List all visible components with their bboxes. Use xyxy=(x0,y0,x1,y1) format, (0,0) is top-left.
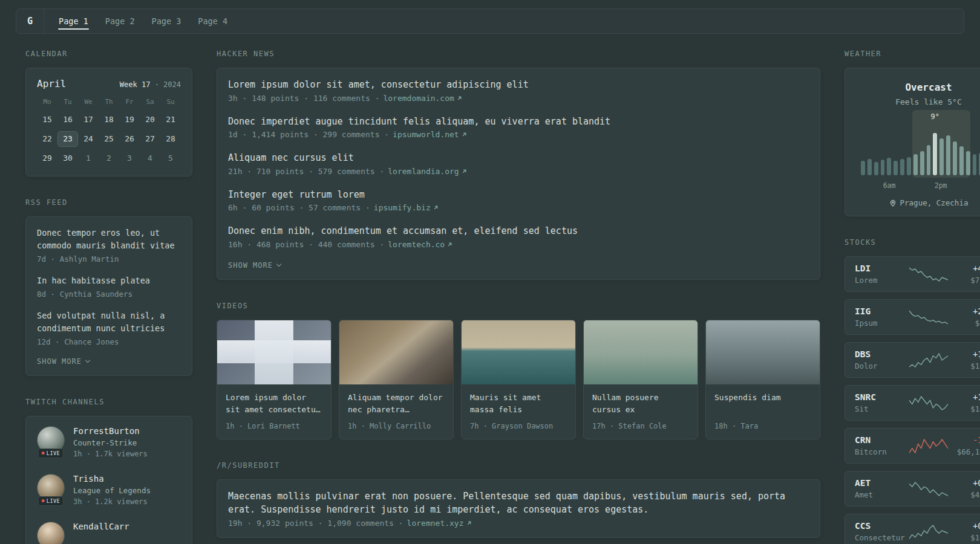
stock-change: -1.00% xyxy=(948,435,980,445)
weather-bar xyxy=(887,158,891,175)
calendar-day: 19 xyxy=(119,112,140,128)
weather-bar xyxy=(881,160,885,175)
location-pin-icon xyxy=(889,199,897,207)
subreddit-post-title[interactable]: Maecenas mollis pulvinar erat non posuer… xyxy=(228,490,809,517)
video-body: Lorem ipsum dolor sit amet consectetu… 1… xyxy=(217,384,331,439)
weather-bar xyxy=(861,161,865,175)
rss-item: In hac habitasse platea 8d · Cynthia Sau… xyxy=(37,274,181,299)
hackernews-item-title[interactable]: Lorem ipsum dolor sit amet, consectetur … xyxy=(228,78,809,92)
weather-bar xyxy=(927,145,931,175)
hackernews-item-domain-link[interactable]: loremtech.co xyxy=(388,240,453,249)
twitch-channel-name[interactable]: ForrestBurton xyxy=(73,426,148,436)
stock-row[interactable]: IIG Ipsum +2.84% $42.04 xyxy=(844,299,980,335)
stock-sparkline xyxy=(909,524,948,540)
rss-item-title[interactable]: Donec tempor eros leo, ut commodo mauris… xyxy=(37,227,181,252)
calendar-day: 18 xyxy=(99,112,119,128)
stock-name: Ipsum xyxy=(855,319,909,328)
video-thumbnail xyxy=(462,320,575,384)
hackernews-item-domain: loremdomain.com xyxy=(383,94,454,103)
hackernews-item-domain-link[interactable]: loremdomain.com xyxy=(383,94,462,103)
weather-condition: Overcast xyxy=(857,82,980,93)
chevron-down-icon xyxy=(276,262,281,267)
calendar-year: 2024 xyxy=(163,80,181,89)
hackernews-item-title[interactable]: Aliquam nec cursus elit xyxy=(228,151,809,165)
video-card[interactable]: Aliquam tempor dolor nec pharetra… 1h · … xyxy=(339,320,454,439)
calendar-day: 2 xyxy=(99,151,119,166)
hackernews-item-domain-link[interactable]: ipsumworld.net xyxy=(393,130,468,139)
app-logo[interactable]: G xyxy=(16,9,44,33)
stock-price: $66,171.48 xyxy=(948,447,980,456)
nav-tab-page-2[interactable]: Page 2 xyxy=(97,9,143,33)
twitch-avatar-wrap: LIVE xyxy=(37,522,65,544)
twitch-channel-row[interactable]: LIVE Trisha League of Legends 3h · 1.2k … xyxy=(37,474,181,506)
hackernews-item-stats: 16h · 468 points · 440 comments · xyxy=(228,240,384,249)
stock-id: CRN Bitcorn xyxy=(855,435,909,456)
calendar-day-header: Mo xyxy=(37,98,57,108)
hackernews-item: Lorem ipsum dolor sit amet, consectetur … xyxy=(228,78,809,103)
calendar-card: April Week 17 · 2024 MoTuWeThFrSaSu15161… xyxy=(25,68,192,176)
stock-row[interactable]: CRN Bitcorn -1.00% $66,171.48 xyxy=(844,428,980,464)
hackernews-item-title[interactable]: Integer eget rutrum lorem xyxy=(228,188,809,202)
stock-row[interactable]: DBS Dolor +1.42% $156.28 xyxy=(844,342,980,378)
rss-show-more-button[interactable]: SHOW MORE xyxy=(37,357,181,366)
twitch-channel-category: Counter-Strike xyxy=(73,438,148,447)
stock-symbol: CCS xyxy=(855,521,909,531)
video-meta: 7h · Grayson Dawson xyxy=(470,416,567,430)
stock-name: Lorem xyxy=(855,276,909,285)
hackernews-item-title[interactable]: Donec enim nibh, condimentum et accumsan… xyxy=(228,224,809,238)
nav-tab-page-3[interactable]: Page 3 xyxy=(143,9,190,33)
stock-price: $165.84 xyxy=(948,533,980,542)
video-card[interactable]: Nullam posuere cursus ex 17h · Stefan Co… xyxy=(583,320,698,439)
rss-item-title[interactable]: In hac habitasse platea xyxy=(37,274,181,287)
hackernews-item-meta: 3h · 148 points · 116 comments · loremdo… xyxy=(228,94,809,103)
weather-hours: 6am2pm10pm xyxy=(861,181,980,190)
external-link-icon xyxy=(456,95,463,102)
stock-row[interactable]: SNRC Sit +1.36% $148.64 xyxy=(844,385,980,421)
video-thumbnail xyxy=(706,320,820,384)
twitch-channel-info: Trisha League of Legends 3h · 1.2k viewe… xyxy=(73,474,151,506)
twitch-channel-row[interactable]: LIVE KendallCarr xyxy=(37,522,181,544)
twitch-channel-row[interactable]: LIVE ForrestBurton Counter-Strike 1h · 1… xyxy=(37,426,181,458)
hackernews-item-domain-link[interactable]: loremlandia.org xyxy=(388,167,467,176)
video-card[interactable]: Lorem ipsum dolor sit amet consectetu… 1… xyxy=(217,320,332,439)
subreddit-post-domain-link[interactable]: loremnet.xyz xyxy=(407,519,472,528)
rss-widget: RSS FEED Donec tempor eros leo, ut commo… xyxy=(25,198,192,376)
twitch-channel-name[interactable]: Trisha xyxy=(73,474,151,484)
rss-item: Sed volutpat nulla nisl, a condimentum n… xyxy=(37,309,181,346)
video-thumbnail xyxy=(217,320,331,384)
weather-bar xyxy=(933,133,937,175)
twitch-widget: TWITCH CHANNELS LIVE ForrestBurton Count… xyxy=(25,398,192,544)
hackernews-item-domain: loremlandia.org xyxy=(388,167,459,176)
calendar-head: April Week 17 · 2024 xyxy=(37,78,181,89)
nav-tab-page-1[interactable]: Page 1 xyxy=(50,9,97,33)
calendar-day: 3 xyxy=(119,151,140,166)
left-column: CALENDAR April Week 17 · 2024 MoTuWeThFr… xyxy=(25,50,192,544)
stock-price: $795.18 xyxy=(948,276,980,285)
stock-row[interactable]: CCS Consectetur +0.51% $165.84 xyxy=(844,514,980,544)
stock-row[interactable]: AET Amet +0.92% $499.72 xyxy=(844,471,980,507)
twitch-channel-name[interactable]: KendallCarr xyxy=(73,522,129,531)
hackernews-item-domain-link[interactable]: ipsumify.biz xyxy=(374,203,439,212)
video-card[interactable]: Mauris sit amet massa felis 7h · Grayson… xyxy=(461,320,576,439)
rss-item-meta: 7d · Ashlyn Martin xyxy=(37,254,181,264)
weather-widget-header: WEATHER xyxy=(844,50,980,58)
calendar-day-header: Su xyxy=(160,98,181,108)
stock-row[interactable]: LDI Lorem +4.35% $795.18 xyxy=(844,256,980,292)
external-link-icon xyxy=(461,131,468,138)
video-card[interactable]: Suspendis diam 18h · Tara xyxy=(705,320,820,439)
page-content: CALENDAR April Week 17 · 2024 MoTuWeThFr… xyxy=(0,34,980,544)
hackernews-item-domain: ipsumworld.net xyxy=(393,130,459,139)
top-nav: G Page 1 Page 2 Page 3 Page 4 xyxy=(16,8,964,34)
twitch-avatar-wrap: LIVE xyxy=(37,474,65,502)
video-title: Mauris sit amet massa felis xyxy=(470,392,567,416)
nav-tab-page-4[interactable]: Page 4 xyxy=(189,9,236,33)
stock-name: Amet xyxy=(855,490,909,499)
rss-item-title[interactable]: Sed volutpat nulla nisl, a condimentum n… xyxy=(37,309,181,335)
stock-id: CCS Consectetur xyxy=(855,521,909,542)
weather-bar xyxy=(939,138,944,175)
twitch-widget-header: TWITCH CHANNELS xyxy=(25,398,192,406)
stock-change: +2.84% xyxy=(948,306,980,316)
hackernews-show-more-button[interactable]: SHOW MORE xyxy=(228,261,809,270)
live-dot-icon xyxy=(42,452,45,455)
hackernews-item-title[interactable]: Donec imperdiet augue tincidunt felis al… xyxy=(228,115,809,129)
